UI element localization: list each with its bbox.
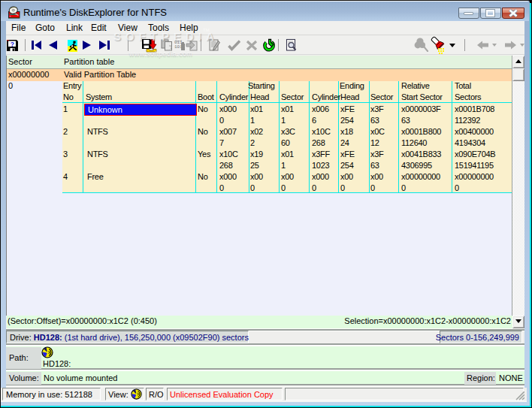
- svg-text:?: ?: [11, 41, 14, 48]
